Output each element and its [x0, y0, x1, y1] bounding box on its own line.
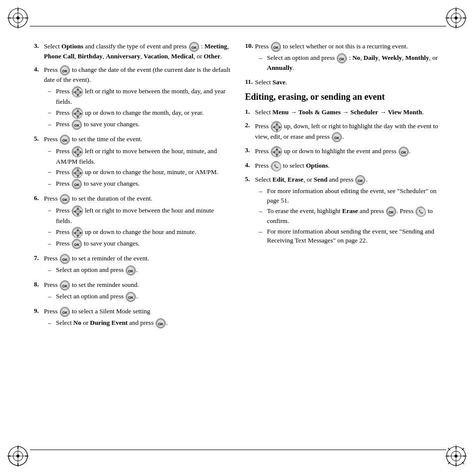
- sub-dash: –: [48, 206, 56, 215]
- svg-point-77: [76, 210, 80, 214]
- svg-text:OK: OK: [62, 311, 67, 314]
- nav-button-icon: [72, 108, 83, 119]
- list-content: Press up or down to highlight the event …: [255, 146, 442, 157]
- ok-button-icon: OK: [386, 207, 396, 217]
- sub-item: –Press up or down to change the hour, mi…: [48, 167, 231, 178]
- list-number: 9.: [34, 307, 44, 315]
- sub-dash: –: [48, 239, 56, 248]
- corner-decoration-br: [445, 445, 469, 469]
- svg-text:OK: OK: [389, 211, 394, 214]
- svg-text:OK: OK: [62, 139, 67, 142]
- sub-list: –Select an option and press OK.: [48, 265, 231, 275]
- sub-item: –Select an option and press OK.: [48, 292, 231, 302]
- sub-item: –Press left or right to move between the…: [48, 206, 231, 226]
- sub-content: Press left or right to move between the …: [56, 206, 231, 226]
- list-item: 4.Press to select Options.: [245, 161, 442, 171]
- svg-text:OK: OK: [358, 179, 363, 183]
- list-number: 8.: [34, 280, 44, 288]
- svg-text:OK: OK: [62, 69, 67, 73]
- ok-button-icon: OK: [60, 254, 70, 264]
- svg-text:OK: OK: [128, 269, 134, 273]
- ok-button-icon: OK: [271, 42, 281, 52]
- sub-item: –Select an option and press OK : No, Dai…: [259, 53, 442, 73]
- sub-item: –Press OK to save your changes.: [48, 179, 231, 189]
- ok-button-icon: OK: [189, 42, 199, 52]
- svg-point-67: [76, 171, 80, 175]
- ok-button-icon: OK: [355, 175, 365, 185]
- list-item: 3.Press up or down to highlight the even…: [245, 146, 442, 157]
- section-heading: Editing, erasing, or sending an event: [245, 91, 442, 103]
- sub-dash: –: [259, 187, 267, 196]
- svg-point-61: [76, 150, 80, 154]
- list-content: Press to select Options.: [255, 161, 442, 171]
- list-content: Select Edit, Erase, or Send and press OK…: [255, 175, 442, 246]
- svg-text:OK: OK: [74, 243, 79, 246]
- sub-list: –Select an option and press OK : No, Dai…: [259, 53, 442, 73]
- sub-list: –Press left or right to move between the…: [48, 86, 231, 130]
- sub-content: For more information about editing the e…: [267, 187, 442, 206]
- svg-text:OK: OK: [62, 198, 67, 202]
- nav-button-icon: [271, 146, 282, 157]
- ok-button-icon: OK: [156, 318, 166, 328]
- sub-content: Press up or down to change the month, da…: [56, 108, 231, 119]
- list-content: Press OK to select whether or not this i…: [255, 42, 442, 74]
- list-item: 4.Press OK to change the date of the eve…: [34, 65, 231, 131]
- phone-button-icon: [271, 161, 281, 171]
- sub-item: –Press up or down to change the month, d…: [48, 108, 231, 119]
- sub-dash: –: [48, 86, 56, 96]
- list-content: Press OK to set a reminder of the event.…: [44, 254, 231, 276]
- sub-content: To erase the event, highlight Erase and …: [267, 207, 442, 226]
- svg-text:OK: OK: [334, 136, 340, 140]
- list-item: 9.Press OK to select a Silent Mode setti…: [34, 307, 231, 329]
- list-content: Press OK to set the time of the event.–P…: [44, 135, 231, 191]
- list-number: 1.: [245, 108, 255, 116]
- list-number: 7.: [34, 254, 44, 262]
- ok-button-icon: OK: [60, 194, 70, 204]
- page: 3.Select Options and classify the type o…: [0, 0, 476, 476]
- ok-button-icon: OK: [60, 307, 70, 317]
- list-item: 3.Select Options and classify the type o…: [34, 42, 231, 61]
- svg-text:OK: OK: [74, 183, 79, 187]
- list-item: 2.Press up, down, left or right to highl…: [245, 121, 442, 142]
- sub-item: –Select an option and press OK.: [48, 265, 231, 275]
- svg-text:OK: OK: [273, 46, 278, 49]
- list-number: 11.: [245, 78, 255, 86]
- list-number: 2.: [245, 121, 255, 129]
- nav-button-icon: [72, 227, 83, 238]
- ok-button-icon: OK: [60, 135, 70, 145]
- list-content: Select Options and classify the type of …: [44, 42, 231, 61]
- svg-point-83: [76, 231, 80, 235]
- corner-decoration-tl: [7, 7, 31, 31]
- sub-dash: –: [48, 227, 56, 237]
- sub-list: –Select an option and press OK.: [48, 292, 231, 302]
- sub-content: Press OK to save your changes.: [56, 120, 231, 130]
- list-number: 5.: [34, 135, 44, 143]
- list-content: Select Save.: [255, 78, 442, 87]
- list-number: 5.: [245, 175, 255, 183]
- list-item: 10.Press OK to select whether or not thi…: [245, 42, 442, 74]
- list-item: 7.Press OK to set a reminder of the even…: [34, 254, 231, 276]
- list-number: 3.: [34, 42, 44, 50]
- list-item: 1.Select Menu → Tools & Games → Schedule…: [245, 108, 442, 117]
- main-content: 3.Select Options and classify the type o…: [34, 35, 442, 446]
- sub-item: –To erase the event, highlight Erase and…: [259, 207, 442, 226]
- sub-item: –Press OK to save your changes.: [48, 239, 231, 249]
- list-content: Press OK to change the date of the event…: [44, 65, 231, 131]
- sub-item: –Press OK to save your changes.: [48, 120, 231, 130]
- ok-button-icon: OK: [60, 280, 70, 290]
- sub-dash: –: [48, 292, 56, 301]
- list-number: 4.: [34, 65, 44, 73]
- sub-dash: –: [259, 53, 267, 63]
- ok-button-icon: OK: [72, 120, 82, 130]
- svg-point-107: [275, 125, 279, 129]
- svg-text:OK: OK: [74, 124, 79, 127]
- list-content: Select Menu → Tools & Games → Scheduler …: [255, 108, 442, 117]
- nav-button-icon: [72, 167, 83, 178]
- sub-list: –Press left or right to move between the…: [48, 206, 231, 249]
- sub-dash: –: [259, 227, 267, 237]
- sub-item: –For more information about editing the …: [259, 187, 442, 206]
- sub-list: –Press left or right to move between the…: [48, 146, 231, 190]
- svg-text:OK: OK: [158, 322, 164, 326]
- svg-text:OK: OK: [128, 296, 134, 299]
- svg-text:OK: OK: [62, 284, 67, 288]
